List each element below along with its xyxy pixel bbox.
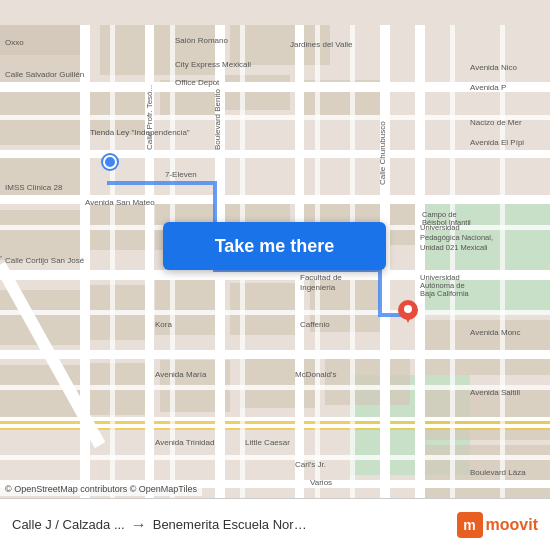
svg-text:Calle Profr. Tesó...: Calle Profr. Tesó... bbox=[145, 85, 154, 150]
svg-text:Salón Romano: Salón Romano bbox=[175, 36, 228, 45]
svg-rect-60 bbox=[500, 25, 505, 525]
arrow-icon: → bbox=[131, 516, 147, 534]
svg-text:Avenida Trinidad: Avenida Trinidad bbox=[155, 438, 214, 447]
svg-text:Little Caesar: Little Caesar bbox=[245, 438, 290, 447]
origin-dot bbox=[103, 155, 117, 169]
svg-text:Pedagógica Nacional,: Pedagógica Nacional, bbox=[420, 233, 493, 242]
svg-rect-53 bbox=[0, 455, 550, 460]
svg-text:Calle Cortijo San José: Calle Cortijo San José bbox=[5, 256, 85, 265]
svg-text:Calle Salvador Guillén: Calle Salvador Guillén bbox=[5, 70, 84, 79]
svg-rect-56 bbox=[240, 25, 245, 525]
take-me-there-button[interactable]: Take me there bbox=[163, 222, 386, 270]
app-container: Oxxo Calle Salvador Guillén Salón Romano… bbox=[0, 0, 550, 550]
svg-rect-49 bbox=[0, 115, 550, 120]
svg-text:Nacizo de Mer: Nacizo de Mer bbox=[470, 118, 522, 127]
svg-rect-54 bbox=[110, 25, 115, 525]
to-location: Benemerita Escuela Normal Ur... bbox=[153, 517, 313, 532]
svg-text:Ingenieria: Ingenieria bbox=[300, 283, 336, 292]
svg-text:7-Eleven: 7-Eleven bbox=[165, 170, 197, 179]
map-container: Oxxo Calle Salvador Guillén Salón Romano… bbox=[0, 0, 550, 550]
svg-text:Avenida María: Avenida María bbox=[155, 370, 207, 379]
svg-rect-55 bbox=[170, 25, 175, 525]
svg-rect-13 bbox=[0, 210, 80, 260]
svg-text:IMSS Clínica 28: IMSS Clínica 28 bbox=[5, 183, 63, 192]
svg-text:Varios: Varios bbox=[310, 478, 332, 487]
bottom-left: Calle J / Calzada ... → Benemerita Escue… bbox=[0, 516, 445, 534]
svg-text:Boulevard Adolfo López Mateos: Boulevard Adolfo López Mateos bbox=[0, 219, 2, 325]
svg-text:Kora: Kora bbox=[155, 320, 172, 329]
map-svg: Oxxo Calle Salvador Guillén Salón Romano… bbox=[0, 0, 550, 550]
svg-point-105 bbox=[404, 305, 412, 313]
svg-rect-11 bbox=[225, 75, 290, 110]
svg-rect-28 bbox=[325, 355, 410, 405]
svg-rect-52 bbox=[0, 385, 550, 390]
svg-text:Avenida Nico: Avenida Nico bbox=[470, 63, 518, 72]
svg-text:Tienda Ley "Independencia": Tienda Ley "Independencia" bbox=[90, 128, 190, 137]
svg-text:Avenida Saltill: Avenida Saltill bbox=[470, 388, 520, 397]
svg-text:Calle Churubusco: Calle Churubusco bbox=[378, 121, 387, 185]
svg-text:Baja California: Baja California bbox=[420, 289, 470, 298]
svg-text:Avenida Monc: Avenida Monc bbox=[470, 328, 521, 337]
svg-text:Boulevard Benito: Boulevard Benito bbox=[213, 89, 222, 150]
svg-text:McDonald's: McDonald's bbox=[295, 370, 337, 379]
moovit-logo: m moovit bbox=[445, 512, 550, 538]
svg-text:Oxxo: Oxxo bbox=[5, 38, 24, 47]
svg-text:Office Depot: Office Depot bbox=[175, 78, 220, 87]
svg-text:Avenida El Pípi: Avenida El Pípi bbox=[470, 138, 524, 147]
svg-rect-58 bbox=[350, 25, 355, 525]
svg-text:Unidad 021 Mexicali: Unidad 021 Mexicali bbox=[420, 243, 488, 252]
svg-text:Boulevard Láza: Boulevard Láza bbox=[470, 468, 526, 477]
svg-text:City Express Mexicali: City Express Mexicali bbox=[175, 60, 251, 69]
bottom-bar: Calle J / Calzada ... → Benemerita Escue… bbox=[0, 498, 550, 550]
svg-text:Béisbol Infantil: Béisbol Infantil bbox=[422, 218, 471, 227]
from-location: Calle J / Calzada ... bbox=[12, 517, 125, 532]
svg-text:Caffenio: Caffenio bbox=[300, 320, 330, 329]
svg-text:Jardines del Valle: Jardines del Valle bbox=[290, 40, 353, 49]
svg-text:Carl's Jr.: Carl's Jr. bbox=[295, 460, 326, 469]
svg-rect-41 bbox=[80, 25, 90, 525]
svg-text:Facultad de: Facultad de bbox=[300, 273, 342, 282]
osm-attribution: © OpenStreetMap contributors © OpenMapTi… bbox=[0, 482, 202, 496]
svg-text:Avenida San Mateo: Avenida San Mateo bbox=[85, 198, 155, 207]
svg-rect-8 bbox=[0, 155, 80, 200]
svg-rect-51 bbox=[0, 310, 550, 315]
svg-text:Avenida P: Avenida P bbox=[470, 83, 506, 92]
moovit-icon: m bbox=[457, 512, 483, 538]
moovit-brand-name: moovit bbox=[486, 516, 538, 534]
